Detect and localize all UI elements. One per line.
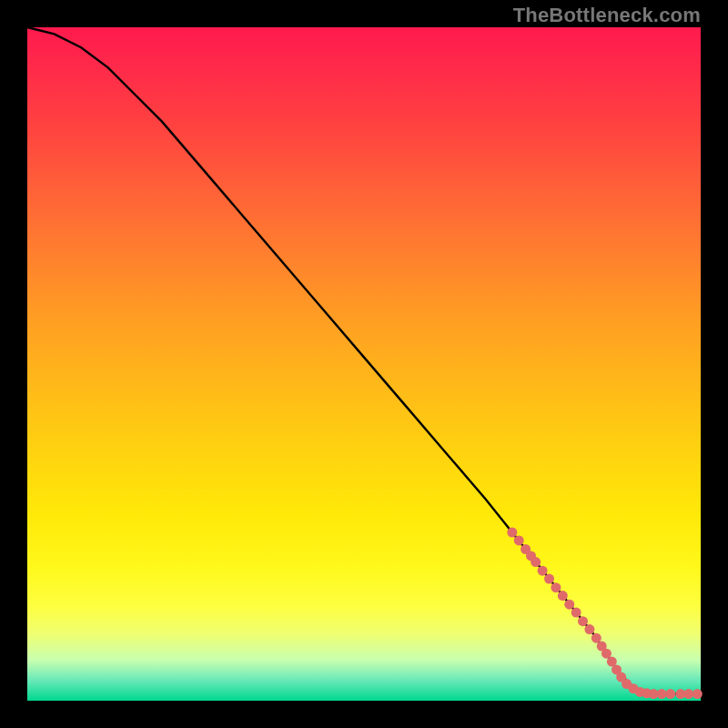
chart-stage: TheBottleneck.com <box>0 0 728 728</box>
data-marker <box>551 582 561 592</box>
data-marker <box>683 689 693 699</box>
data-marker <box>657 689 667 699</box>
data-marker <box>584 624 594 634</box>
data-marker <box>538 566 548 576</box>
data-marker <box>693 689 703 699</box>
data-marker <box>578 616 588 626</box>
plot-area <box>27 27 701 701</box>
curve-line <box>27 27 701 694</box>
watermark-text: TheBottleneck.com <box>513 4 701 27</box>
data-marker <box>544 574 554 584</box>
chart-svg <box>27 27 701 701</box>
data-marker <box>514 535 524 545</box>
data-marker <box>507 528 517 538</box>
data-marker <box>571 608 581 618</box>
marker-group <box>507 528 703 700</box>
data-marker <box>564 600 574 610</box>
data-marker <box>531 557 541 567</box>
data-marker <box>665 689 675 699</box>
data-marker <box>558 591 568 601</box>
